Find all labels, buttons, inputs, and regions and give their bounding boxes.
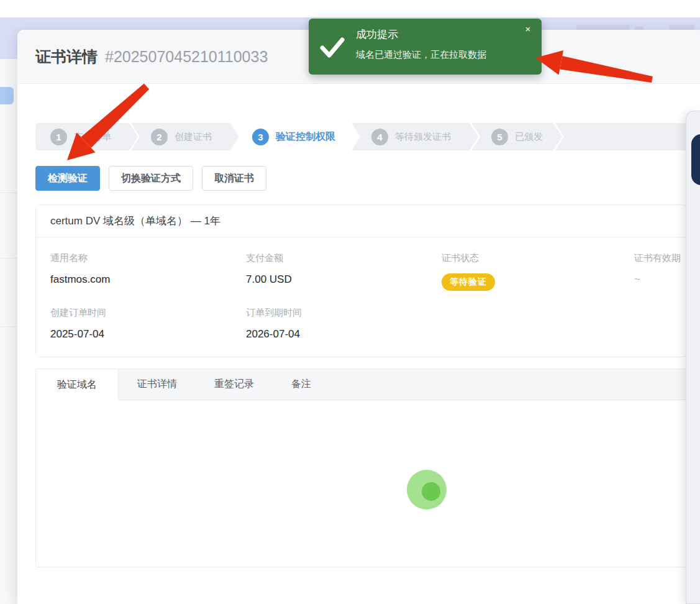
created-time-value: 2025-07-04 <box>50 328 246 341</box>
modal-title: 证书详情 <box>35 47 98 67</box>
step-pay-order: 1 支付订单 <box>35 123 138 150</box>
step-number: 2 <box>151 129 168 145</box>
close-icon[interactable]: × <box>522 24 534 35</box>
toast-message: 域名已通过验证，正在拉取数据 <box>356 49 486 61</box>
switch-verification-method-button[interactable]: 切换验证方式 <box>109 166 193 191</box>
field-created-time: 创建订单时间 2025-07-04 <box>50 307 246 341</box>
order-number: #202507045210110033 <box>105 48 268 66</box>
field-amount: 支付金额 7.00 USD <box>246 252 442 291</box>
step-bar-filler <box>555 123 700 150</box>
cancel-certificate-button[interactable]: 取消证书 <box>202 166 266 191</box>
amount-value: 7.00 USD <box>246 273 442 286</box>
check-icon <box>319 36 345 58</box>
step-label: 验证控制权限 <box>276 130 335 144</box>
tab-remarks[interactable]: 备注 <box>273 369 330 400</box>
step-number: 4 <box>371 129 388 145</box>
background-top-strip <box>0 0 700 17</box>
expire-time-value: 2026-07-04 <box>246 328 442 341</box>
tab-content-loading-area <box>36 400 686 567</box>
tab-verify-domain[interactable]: 验证域名 <box>36 369 119 400</box>
field-common-name: 通用名称 fastmos.com <box>50 252 246 291</box>
step-wait-issue: 4 等待颁发证书 <box>352 123 478 150</box>
step-label: 支付订单 <box>74 131 111 143</box>
side-drawer-peek <box>686 111 700 604</box>
field-label: 支付金额 <box>246 252 442 264</box>
check-verification-button[interactable]: 检测验证 <box>35 166 100 191</box>
field-label: 通用名称 <box>50 252 246 264</box>
loading-spinner-core <box>422 482 440 501</box>
field-status: 证书状态 等待验证 <box>442 252 634 291</box>
field-label: 证书有效期 <box>634 252 686 264</box>
field-validity: 证书有效期 ~ <box>634 252 686 291</box>
step-label: 等待颁发证书 <box>395 131 451 143</box>
product-title: certum DV 域名级（单域名） — 1年 <box>36 205 686 237</box>
success-toast: 成功提示 域名已通过验证，正在拉取数据 × <box>309 19 542 75</box>
status-badge: 等待验证 <box>442 273 495 291</box>
progress-steps: 1 支付订单 2 创建证书 3 验证控制权限 4 等待颁发证书 5 已颁发 <box>35 123 700 150</box>
toast-title: 成功提示 <box>356 27 398 42</box>
step-number: 5 <box>491 129 508 145</box>
action-button-row: 检测验证 切换验证方式 取消证书 <box>35 166 700 191</box>
step-create-cert: 2 创建证书 <box>131 123 239 150</box>
detail-tabs-box: 验证域名 证书详情 重签记录 备注 <box>35 368 687 567</box>
step-number: 1 <box>50 129 67 145</box>
step-issued: 5 已颁发 <box>471 123 562 150</box>
field-label: 创建订单时间 <box>50 307 246 319</box>
field-label: 证书状态 <box>442 252 634 264</box>
tab-cert-details[interactable]: 证书详情 <box>119 369 196 400</box>
field-label: 订单到期时间 <box>246 307 442 319</box>
background-sidebar-item <box>0 87 14 104</box>
common-name-value: fastmos.com <box>50 273 246 286</box>
drawer-action-button[interactable] <box>691 134 700 185</box>
step-label: 创建证书 <box>175 131 212 143</box>
certificate-info-panel: certum DV 域名级（单域名） — 1年 通用名称 fastmos.com… <box>35 204 687 357</box>
step-verify-control: 3 验证控制权限 <box>232 123 358 150</box>
certificate-detail-modal: 证书详情 #202507045210110033 1 支付订单 2 创建证书 3… <box>17 30 700 604</box>
step-label: 已颁发 <box>515 131 543 143</box>
tab-bar: 验证域名 证书详情 重签记录 备注 <box>36 369 686 400</box>
field-expire-time: 订单到期时间 2026-07-04 <box>246 307 442 341</box>
tab-reissue-records[interactable]: 重签记录 <box>196 369 273 400</box>
loading-spinner-icon <box>407 470 447 510</box>
validity-value: ~ <box>634 273 686 286</box>
step-number: 3 <box>252 129 269 145</box>
